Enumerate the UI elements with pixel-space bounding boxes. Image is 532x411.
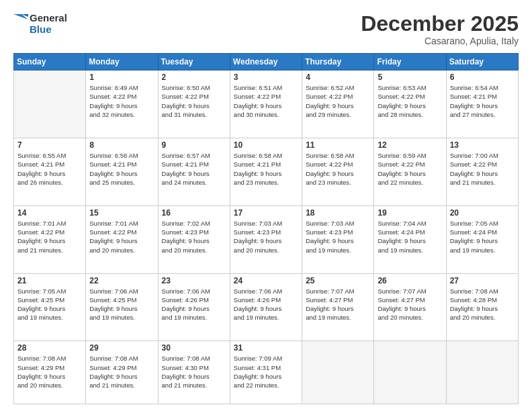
day-number: 18 [306, 208, 370, 218]
calendar-cell: 31Sunrise: 7:09 AMSunset: 4:31 PMDayligh… [230, 341, 302, 404]
week-row-2: 7Sunrise: 6:55 AMSunset: 4:21 PMDaylight… [14, 138, 519, 205]
day-number: 30 [162, 343, 226, 353]
week-row-4: 21Sunrise: 7:05 AMSunset: 4:25 PMDayligh… [14, 273, 519, 341]
day-number: 16 [162, 208, 226, 218]
weekday-header-sunday: Sunday [14, 54, 86, 71]
day-info: Sunrise: 6:57 AMSunset: 4:21 PMDaylight:… [162, 151, 226, 187]
day-info: Sunrise: 7:06 AMSunset: 4:26 PMDaylight:… [234, 287, 298, 322]
logo: General Blue [13, 12, 67, 36]
day-number: 28 [17, 343, 82, 353]
day-number: 11 [306, 140, 370, 150]
day-number: 19 [378, 208, 442, 218]
calendar-cell: 30Sunrise: 7:08 AMSunset: 4:30 PMDayligh… [158, 341, 230, 404]
day-number: 24 [234, 276, 298, 285]
day-number: 7 [17, 140, 82, 150]
month-title: December 2025 [361, 12, 519, 36]
week-row-1: 1Sunrise: 6:49 AMSunset: 4:22 PMDaylight… [14, 71, 519, 138]
calendar-cell: 11Sunrise: 6:58 AMSunset: 4:22 PMDayligh… [302, 138, 374, 205]
day-info: Sunrise: 7:07 AMSunset: 4:27 PMDaylight:… [306, 287, 370, 322]
weekday-header-wednesday: Wednesday [230, 54, 302, 71]
week-row-5: 28Sunrise: 7:08 AMSunset: 4:29 PMDayligh… [14, 341, 519, 404]
day-number: 10 [234, 140, 298, 150]
day-info: Sunrise: 6:51 AMSunset: 4:22 PMDaylight:… [234, 83, 298, 119]
day-number: 31 [234, 343, 298, 353]
calendar-cell: 22Sunrise: 7:06 AMSunset: 4:25 PMDayligh… [86, 273, 158, 341]
logo-blue: Blue [30, 24, 67, 35]
day-number: 14 [17, 208, 82, 218]
logo-container: General Blue [13, 12, 67, 36]
day-number: 13 [450, 140, 515, 150]
weekday-header-tuesday: Tuesday [158, 54, 230, 71]
day-info: Sunrise: 7:05 AMSunset: 4:24 PMDaylight:… [450, 219, 515, 255]
logo-triangle-icon [13, 14, 28, 33]
day-info: Sunrise: 7:08 AMSunset: 4:29 PMDaylight:… [89, 354, 154, 390]
day-info: Sunrise: 6:54 AMSunset: 4:21 PMDaylight:… [450, 83, 515, 119]
day-info: Sunrise: 6:58 AMSunset: 4:22 PMDaylight:… [306, 151, 370, 187]
day-number: 6 [450, 73, 515, 82]
day-info: Sunrise: 7:03 AMSunset: 4:23 PMDaylight:… [306, 219, 370, 255]
calendar-cell: 2Sunrise: 6:50 AMSunset: 4:22 PMDaylight… [158, 71, 230, 138]
day-number: 15 [89, 208, 154, 218]
day-info: Sunrise: 7:07 AMSunset: 4:27 PMDaylight:… [378, 287, 442, 322]
calendar-cell: 17Sunrise: 7:03 AMSunset: 4:23 PMDayligh… [230, 205, 302, 273]
day-info: Sunrise: 7:05 AMSunset: 4:25 PMDaylight:… [17, 287, 82, 322]
day-info: Sunrise: 6:53 AMSunset: 4:22 PMDaylight:… [378, 83, 442, 119]
day-info: Sunrise: 7:06 AMSunset: 4:25 PMDaylight:… [89, 287, 154, 322]
day-number: 25 [306, 276, 370, 285]
weekday-header-friday: Friday [374, 54, 446, 71]
logo-text: General Blue [30, 12, 67, 36]
calendar-cell: 5Sunrise: 6:53 AMSunset: 4:22 PMDaylight… [374, 71, 446, 138]
calendar-cell: 3Sunrise: 6:51 AMSunset: 4:22 PMDaylight… [230, 71, 302, 138]
calendar-cell: 28Sunrise: 7:08 AMSunset: 4:29 PMDayligh… [14, 341, 86, 404]
day-number: 22 [89, 276, 154, 285]
page: General Blue December 2025 Casarano, Apu… [0, 0, 532, 411]
calendar-cell: 7Sunrise: 6:55 AMSunset: 4:21 PMDaylight… [14, 138, 86, 205]
day-number: 5 [378, 73, 442, 82]
calendar-cell: 14Sunrise: 7:01 AMSunset: 4:22 PMDayligh… [14, 205, 86, 273]
day-info: Sunrise: 6:55 AMSunset: 4:21 PMDaylight:… [17, 151, 82, 187]
day-number: 4 [306, 73, 370, 82]
calendar-cell: 10Sunrise: 6:58 AMSunset: 4:21 PMDayligh… [230, 138, 302, 205]
logo-general: General [30, 12, 67, 24]
calendar-cell: 4Sunrise: 6:52 AMSunset: 4:22 PMDaylight… [302, 71, 374, 138]
calendar-cell: 18Sunrise: 7:03 AMSunset: 4:23 PMDayligh… [302, 205, 374, 273]
day-info: Sunrise: 6:59 AMSunset: 4:22 PMDaylight:… [378, 151, 442, 187]
weekday-header-saturday: Saturday [446, 54, 518, 71]
day-number: 27 [450, 276, 515, 285]
day-number: 3 [234, 73, 298, 82]
header: General Blue December 2025 Casarano, Apu… [13, 12, 519, 46]
calendar-cell: 23Sunrise: 7:06 AMSunset: 4:26 PMDayligh… [158, 273, 230, 341]
day-info: Sunrise: 7:09 AMSunset: 4:31 PMDaylight:… [234, 354, 298, 390]
day-info: Sunrise: 7:01 AMSunset: 4:22 PMDaylight:… [89, 219, 154, 255]
day-number: 26 [378, 276, 442, 285]
calendar-cell: 12Sunrise: 6:59 AMSunset: 4:22 PMDayligh… [374, 138, 446, 205]
calendar-cell [14, 71, 86, 138]
day-info: Sunrise: 7:03 AMSunset: 4:23 PMDaylight:… [234, 219, 298, 255]
weekday-header-thursday: Thursday [302, 54, 374, 71]
day-info: Sunrise: 7:08 AMSunset: 4:29 PMDaylight:… [17, 354, 82, 390]
day-number: 20 [450, 208, 515, 218]
calendar-cell: 21Sunrise: 7:05 AMSunset: 4:25 PMDayligh… [14, 273, 86, 341]
calendar-cell [446, 341, 518, 404]
calendar-cell: 15Sunrise: 7:01 AMSunset: 4:22 PMDayligh… [86, 205, 158, 273]
calendar-cell: 29Sunrise: 7:08 AMSunset: 4:29 PMDayligh… [86, 341, 158, 404]
week-row-3: 14Sunrise: 7:01 AMSunset: 4:22 PMDayligh… [14, 205, 519, 273]
calendar-cell: 9Sunrise: 6:57 AMSunset: 4:21 PMDaylight… [158, 138, 230, 205]
calendar-cell: 6Sunrise: 6:54 AMSunset: 4:21 PMDaylight… [446, 71, 518, 138]
calendar-table: SundayMondayTuesdayWednesdayThursdayFrid… [13, 53, 519, 404]
calendar-cell: 24Sunrise: 7:06 AMSunset: 4:26 PMDayligh… [230, 273, 302, 341]
calendar-cell: 8Sunrise: 6:56 AMSunset: 4:21 PMDaylight… [86, 138, 158, 205]
day-info: Sunrise: 6:52 AMSunset: 4:22 PMDaylight:… [306, 83, 370, 119]
day-info: Sunrise: 7:00 AMSunset: 4:22 PMDaylight:… [450, 151, 515, 187]
day-info: Sunrise: 7:06 AMSunset: 4:26 PMDaylight:… [162, 287, 226, 322]
calendar-cell: 25Sunrise: 7:07 AMSunset: 4:27 PMDayligh… [302, 273, 374, 341]
weekday-header-monday: Monday [86, 54, 158, 71]
calendar-cell: 19Sunrise: 7:04 AMSunset: 4:24 PMDayligh… [374, 205, 446, 273]
calendar-cell: 1Sunrise: 6:49 AMSunset: 4:22 PMDaylight… [86, 71, 158, 138]
weekday-header-row: SundayMondayTuesdayWednesdayThursdayFrid… [14, 54, 519, 71]
day-number: 12 [378, 140, 442, 150]
calendar-cell: 20Sunrise: 7:05 AMSunset: 4:24 PMDayligh… [446, 205, 518, 273]
calendar-cell: 27Sunrise: 7:08 AMSunset: 4:28 PMDayligh… [446, 273, 518, 341]
day-number: 29 [89, 343, 154, 353]
day-info: Sunrise: 6:50 AMSunset: 4:22 PMDaylight:… [162, 83, 226, 119]
